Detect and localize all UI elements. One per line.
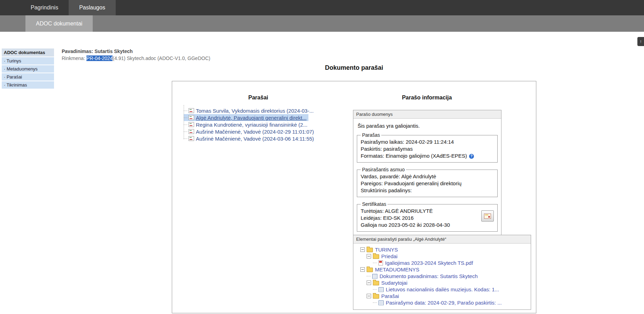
tree-row-sudarytojas-item: Lietuvos nacionalinis dailės muziejus. K… <box>373 286 499 293</box>
tab-paslaugos[interactable]: Paslaugos <box>69 0 116 15</box>
tree-link[interactable]: METADUOMENYS <box>375 267 419 272</box>
document-header: Pavadinimas: Sutartis Skytech Rinkmena: … <box>62 48 210 61</box>
sidebar-item-turinys[interactable]: · Turinys <box>2 57 54 65</box>
sub-nav: ADOC dokumentai <box>0 15 644 32</box>
file-label: Rinkmena: <box>62 55 86 61</box>
certificate-validity: Galioja nuo 2023-05-02 iki 2028-04-30 <box>361 222 476 229</box>
metadata-item-icon <box>378 287 384 292</box>
signature-icon <box>189 122 194 127</box>
tree-link[interactable]: Igaliojimas 2023-2024 Skytech TS.pdf <box>385 260 473 266</box>
tree-branch-line <box>184 118 187 118</box>
fieldset-parasas: Parašas Pasirašymo laikas: 2024-02-29 11… <box>357 132 498 163</box>
document-title: Pavadinimas: Sutartis Skytech <box>62 48 210 54</box>
signed-elements-box: Elementai pasirašyti parašu „Algė Andriu… <box>353 235 531 310</box>
signature-link[interactable]: Regina Kundrotienė, vyriausioji finansin… <box>196 122 307 128</box>
folder-icon <box>367 248 373 252</box>
folder-icon <box>367 268 373 272</box>
signatures-panel: Parašai Parašo informacija Tomas Survila… <box>172 81 536 313</box>
help-icon[interactable]: ? <box>469 154 474 159</box>
collapse-icon[interactable] <box>360 247 365 252</box>
signature-link[interactable]: Algė Andriulytė, Pavaduojanti generalinį… <box>196 115 307 121</box>
signature-row-selected: Algė Andriulytė, Pavaduojanti generalinį… <box>184 114 308 121</box>
signature-icon <box>189 136 194 141</box>
metadata-item-icon <box>378 300 384 305</box>
tree-link[interactable]: TURINYS <box>375 247 398 253</box>
fieldset-sertifikatas-legend: Sertifikatas <box>361 201 388 207</box>
tree-link[interactable]: Sudarytojai <box>381 280 407 286</box>
signature-link[interactable]: Aušrinė Mačėnienė, Vadovė (2024-02-29 11… <box>196 129 314 135</box>
tree-line <box>184 105 184 139</box>
signing-purpose: Paskirtis: pasirašymas <box>361 145 494 152</box>
top-nav: Pagrindinis Paslaugos <box>0 0 644 15</box>
signature-row: Aušrinė Mačėnienė, Vadovė (2024-03-06 14… <box>184 135 316 142</box>
collapse-icon[interactable] <box>360 267 365 272</box>
file-highlight: PR-04-2024 <box>86 55 113 61</box>
signature-row: Regina Kundrotienė, vyriausioji finansin… <box>184 121 309 128</box>
tree-branch-line <box>184 139 187 139</box>
fieldset-asmuo-legend: Pasirašantis asmuo <box>361 167 406 172</box>
tree-branch-line <box>367 276 371 276</box>
tree-link[interactable]: Priedai <box>381 253 398 259</box>
certificate-icon <box>484 214 491 219</box>
tree-link[interactable]: Dokumento pavadinimas: Sutartis Skytech <box>380 273 478 279</box>
tree-branch-line <box>184 132 187 132</box>
folder-icon <box>373 254 379 259</box>
signature-icon <box>189 129 194 134</box>
collapse-icon[interactable] <box>367 294 371 298</box>
signature-icon <box>189 115 194 120</box>
tree-row-sudarytojai: Sudarytojai <box>367 279 407 286</box>
tree-row-metaduomenys: METADUOMENYS <box>360 266 419 273</box>
certificate-issuer: Leidėjas: EID-SK 2016 <box>361 215 476 222</box>
tree-branch-line <box>184 111 187 111</box>
signature-icon <box>189 108 194 113</box>
signed-elements-tree: TURINYS Priedai Igaliojimas 2023-2024 Sk… <box>353 244 531 309</box>
scroll-top-button[interactable]: ↑ <box>637 37 644 46</box>
tree-row-parasai: Parašai <box>367 293 399 299</box>
page-title: Dokumento parašai <box>172 64 536 72</box>
tree-link[interactable]: Parašai <box>381 293 399 299</box>
signer-name: Vardas, pavardė: Algė Andriulytė <box>361 173 494 180</box>
tree-link[interactable]: Pasirašymo data: 2024-02-29, Parašo pask… <box>386 300 502 306</box>
signature-link[interactable]: Aušrinė Mačėnienė, Vadovė (2024-03-06 14… <box>196 136 314 142</box>
tree-row-pdf: Igaliojimas 2023-2024 Skytech TS.pdf <box>373 260 473 266</box>
tree-link[interactable]: Lietuvos nacionalinis dailės muziejus. K… <box>386 286 499 292</box>
metadata-item-icon <box>372 274 377 279</box>
tab-adoc-dokumentai[interactable]: ADOC dokumentai <box>25 15 93 32</box>
screen: Pagrindinis Paslaugos ADOC dokumentai ↑ … <box>0 0 644 314</box>
collapse-icon[interactable] <box>367 254 371 259</box>
signature-link[interactable]: Tomas Survila, Vykdomasis direktorius (2… <box>196 108 314 114</box>
tree-branch-line <box>373 302 377 303</box>
sidebar-item-tikrinimas[interactable]: · Tikrinimas <box>2 81 54 89</box>
sidebar-item-metaduomenys[interactable]: · Metaduomenys <box>2 65 54 73</box>
tree-row-dokumento-pavadinimas: Dokumento pavadinimas: Sutartis Skytech <box>367 273 478 279</box>
sidebar-title: ADOC dokumentas <box>2 48 54 57</box>
signature-row: Tomas Survila, Vykdomasis direktorius (2… <box>184 107 315 114</box>
fieldset-parasas-legend: Parašas <box>361 132 381 138</box>
signature-status: Šis parašas yra galiojantis. <box>358 123 497 129</box>
collapse-icon[interactable] <box>367 281 371 285</box>
signature-data-box: Parašo duomenys Šis parašas yra galiojan… <box>353 110 501 240</box>
tree-branch-line <box>184 125 187 125</box>
tree-branch-line <box>373 289 377 290</box>
fieldset-pasirasantis-asmuo: Pasirašantis asmuo Vardas, pavardė: Algė… <box>357 167 498 197</box>
fieldset-sertifikatas: Sertifikatas Turėtojas: ALGĖ ANDRIULYTĖ … <box>357 201 498 232</box>
signed-elements-title: Elementai pasirašyti parašu „Algė Andriu… <box>353 235 531 244</box>
signer-position: Pareigos: Pavaduojanti generalinį direkt… <box>361 180 494 187</box>
pdf-file-icon <box>378 260 383 266</box>
tree-row-parasas-item: Pasirašymo data: 2024-02-29, Parašo pask… <box>373 299 502 306</box>
info-column-title: Parašo informacija <box>340 95 514 101</box>
folder-icon <box>373 294 379 299</box>
signing-format: Formatas: Einamojo galiojimo (XAdES-EPES… <box>361 152 494 159</box>
certificate-holder: Turėtojas: ALGĖ ANDRIULYTĖ <box>361 208 476 215</box>
sidebar-item-parasai[interactable]: · Parašai <box>2 73 54 81</box>
tab-pagrindinis[interactable]: Pagrindinis <box>20 0 69 15</box>
up-arrow-icon: ↑ <box>640 39 642 44</box>
sidebar: ADOC dokumentas · Turinys · Metaduomenys… <box>2 48 54 89</box>
file-suffix: (4.91) Skytech.adoc (ADOC-V1.0, GGeDOC) <box>113 55 210 61</box>
document-file-line: Rinkmena: PR-04-2024(4.91) Skytech.adoc … <box>62 55 210 61</box>
tree-branch-line <box>373 263 377 263</box>
signer-unit: Struktūrinis padalinys: <box>361 187 494 194</box>
folder-icon <box>373 281 379 285</box>
signing-format-text: Formatas: Einamojo galiojimo (XAdES-EPES… <box>361 153 467 159</box>
view-certificate-button[interactable] <box>481 210 494 222</box>
